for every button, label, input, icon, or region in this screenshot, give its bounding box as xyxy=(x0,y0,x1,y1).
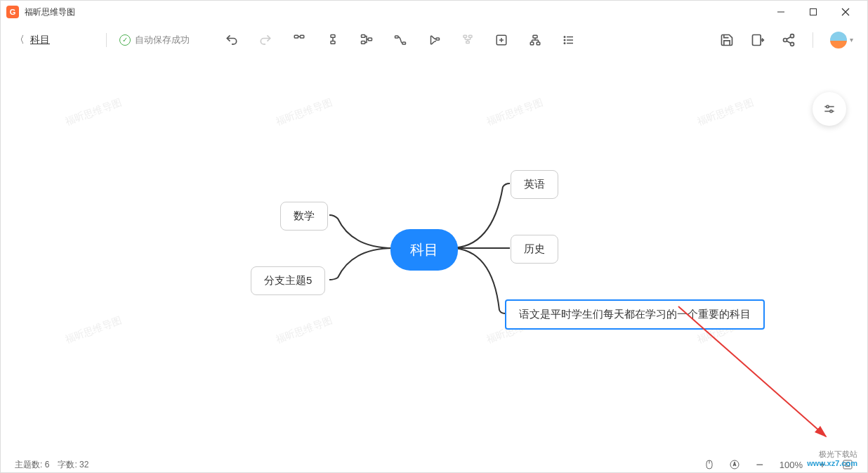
svg-line-44 xyxy=(787,41,791,43)
svg-line-45 xyxy=(787,37,791,39)
add-sibling-button[interactable] xyxy=(326,33,340,47)
zoom-out-button[interactable]: − xyxy=(754,458,765,472)
titlebar: G 福昕思维导图 xyxy=(1,1,867,23)
svg-rect-10 xyxy=(362,34,365,37)
close-button[interactable] xyxy=(829,1,862,23)
zoom-in-button[interactable]: + xyxy=(817,458,828,471)
navigator-button[interactable] xyxy=(729,459,740,470)
svg-rect-7 xyxy=(331,34,335,37)
svg-rect-28 xyxy=(530,42,534,45)
svg-rect-56 xyxy=(846,462,849,466)
window-controls xyxy=(765,1,862,23)
svg-rect-11 xyxy=(362,41,365,44)
save-button[interactable] xyxy=(720,33,734,47)
check-circle-icon: ✓ xyxy=(119,34,131,46)
svg-rect-4 xyxy=(294,35,298,38)
user-menu[interactable]: ▾ xyxy=(830,32,853,48)
right-tools: ▾ xyxy=(720,32,853,48)
redo-button[interactable] xyxy=(258,33,272,47)
zoom-level: 100% xyxy=(780,460,803,470)
fit-screen-button[interactable] xyxy=(842,459,853,470)
node-right-0[interactable]: 英语 xyxy=(511,170,558,199)
share-button[interactable] xyxy=(782,33,796,47)
watermark: 福昕思维导图 xyxy=(274,314,334,346)
svg-rect-14 xyxy=(395,36,399,38)
watermark: 福昕思维导图 xyxy=(695,96,755,129)
svg-point-39 xyxy=(564,42,565,44)
svg-point-41 xyxy=(791,34,794,37)
settings-fab[interactable] xyxy=(813,92,846,126)
watermark: 福昕思维导图 xyxy=(63,96,123,129)
node-right-1[interactable]: 历史 xyxy=(511,235,558,264)
add-parent-button[interactable] xyxy=(360,33,374,47)
svg-rect-1 xyxy=(810,9,817,15)
svg-rect-40 xyxy=(753,34,761,45)
svg-rect-17 xyxy=(463,35,467,37)
node-left-0[interactable]: 数学 xyxy=(280,202,328,231)
svg-marker-54 xyxy=(733,462,736,466)
root-node[interactable]: 科目 xyxy=(390,229,458,271)
node-right-2[interactable]: 语文是平时学生们每天都在学习的一个重要的科目 xyxy=(505,299,765,330)
svg-rect-18 xyxy=(469,35,473,37)
svg-point-42 xyxy=(784,38,787,41)
sliders-icon xyxy=(822,102,836,116)
svg-rect-29 xyxy=(537,42,540,45)
add-child-right-button[interactable] xyxy=(292,33,306,47)
summary-button[interactable] xyxy=(427,33,441,47)
svg-rect-19 xyxy=(466,41,470,43)
outline-button[interactable] xyxy=(562,33,576,47)
toolbar: 〈 科目 ✓ 自动保存成功 ▾ xyxy=(1,23,867,57)
svg-point-49 xyxy=(830,110,832,112)
word-count: 字数: 32 xyxy=(58,459,88,471)
save-status-text: 自动保存成功 xyxy=(135,34,190,46)
zoom-controls: − 100% + xyxy=(704,458,853,472)
watermark: 福昕思维导图 xyxy=(63,314,123,346)
node-left-1[interactable]: 分支主题5 xyxy=(251,266,325,295)
app-title: 福昕思维导图 xyxy=(25,6,75,18)
svg-rect-27 xyxy=(533,35,537,38)
divider xyxy=(813,32,813,48)
app-icon: G xyxy=(6,6,19,18)
avatar xyxy=(830,32,847,48)
insert-button[interactable] xyxy=(494,33,508,47)
maximize-button[interactable] xyxy=(797,1,829,23)
svg-rect-16 xyxy=(436,38,440,40)
topic-count: 主题数: 6 xyxy=(15,459,49,471)
minimize-button[interactable] xyxy=(765,1,797,23)
export-button[interactable] xyxy=(751,33,765,47)
chevron-down-icon: ▾ xyxy=(850,36,853,44)
svg-rect-5 xyxy=(301,35,304,38)
svg-point-43 xyxy=(791,42,794,46)
svg-rect-15 xyxy=(402,42,406,44)
svg-rect-55 xyxy=(843,460,852,469)
save-status: ✓ 自动保存成功 xyxy=(106,33,190,47)
canvas[interactable]: 福昕思维导图 福昕思维导图 福昕思维导图 福昕思维导图 福昕思维导图 福昕思维导… xyxy=(1,57,867,457)
statusbar: 主题数: 6 字数: 32 − 100% + xyxy=(1,457,867,472)
mouse-mode-button[interactable] xyxy=(704,459,715,470)
svg-rect-12 xyxy=(368,38,371,41)
tool-group xyxy=(225,33,576,47)
watermark: 福昕思维导图 xyxy=(274,96,334,129)
watermark: 福昕思维导图 xyxy=(485,96,544,129)
stats: 主题数: 6 字数: 32 xyxy=(15,459,88,471)
svg-rect-8 xyxy=(331,41,335,44)
undo-button[interactable] xyxy=(225,33,239,47)
back-button[interactable]: 〈 科目 xyxy=(15,34,50,46)
svg-point-48 xyxy=(827,105,829,108)
relation-button[interactable] xyxy=(393,33,407,47)
layout-button[interactable] xyxy=(528,33,542,47)
svg-point-37 xyxy=(564,36,565,37)
chevron-left-icon: 〈 xyxy=(15,34,25,46)
back-label: 科目 xyxy=(30,34,50,46)
format-button[interactable] xyxy=(461,33,475,47)
svg-point-38 xyxy=(564,39,565,41)
